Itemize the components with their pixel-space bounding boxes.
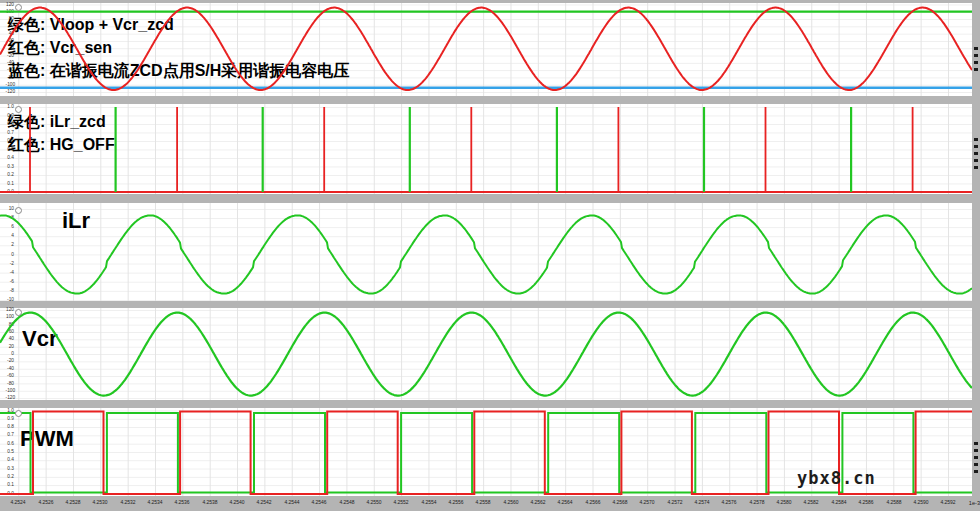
right-edge-mark bbox=[974, 442, 978, 445]
cursor-dial-icon[interactable] bbox=[15, 106, 22, 113]
right-edge-mark bbox=[974, 145, 978, 148]
x-tick-label: 4.2586 bbox=[859, 500, 874, 506]
right-edge-mark bbox=[974, 47, 978, 50]
right-edge-mark bbox=[974, 54, 978, 57]
x-tick-label: 4.2582 bbox=[804, 500, 819, 506]
x-tick-label: 4.2562 bbox=[530, 500, 545, 506]
x-tick-label: 4.2530 bbox=[93, 500, 108, 506]
scope-window: ybx8.cn 1e-3 120100806040200-20-40-60-80… bbox=[0, 0, 980, 511]
trace-ilr-zcd bbox=[116, 107, 852, 192]
right-edge-mark bbox=[974, 166, 978, 169]
watermark: ybx8.cn bbox=[797, 468, 876, 488]
x-tick-label: 4.2592 bbox=[941, 500, 956, 506]
x-tick-label: 4.2548 bbox=[339, 500, 354, 506]
panel-vcr-sen: 120100806040200-20-40-60-80-100-120绿色: V… bbox=[0, 3, 972, 96]
x-tick-label: 4.2572 bbox=[667, 500, 682, 506]
panel-ilr-traces bbox=[0, 203, 972, 301]
right-edge-mark bbox=[974, 463, 978, 466]
x-tick-label: 4.2554 bbox=[421, 500, 436, 506]
x-tick-label: 4.2552 bbox=[394, 500, 409, 506]
x-tick-label: 4.2542 bbox=[257, 500, 272, 506]
x-tick-label: 4.2568 bbox=[612, 500, 627, 506]
x-tick-label: 4.2588 bbox=[886, 500, 901, 506]
trace-vcr-sen bbox=[0, 8, 972, 90]
trace-vcr bbox=[0, 313, 972, 396]
x-tick-label: 4.2540 bbox=[230, 500, 245, 506]
cursor-dial-icon[interactable] bbox=[15, 207, 22, 214]
right-edge-mark bbox=[974, 68, 978, 71]
trace-ilr bbox=[0, 215, 972, 293]
cursor-dial-icon[interactable] bbox=[15, 4, 22, 11]
x-tick-label: 4.2534 bbox=[147, 500, 162, 506]
right-edge-mark bbox=[974, 152, 978, 155]
x-tick-label: 4.2584 bbox=[831, 500, 846, 506]
x-axis-multiplier: 1e-3 bbox=[969, 500, 980, 506]
panel-zcd-pulses: 1.00.90.80.70.60.50.40.30.20.10.0绿色: iLr… bbox=[0, 104, 972, 194]
x-tick-label: 4.2544 bbox=[284, 500, 299, 506]
x-tick-label: 4.2558 bbox=[476, 500, 491, 506]
x-tick-label: 4.2524 bbox=[11, 500, 26, 506]
x-tick-label: 4.2576 bbox=[722, 500, 737, 506]
x-tick-label: 4.2556 bbox=[448, 500, 463, 506]
x-tick-label: 4.2532 bbox=[120, 500, 135, 506]
right-edge-mark bbox=[974, 449, 978, 452]
x-tick-label: 4.2564 bbox=[558, 500, 573, 506]
x-tick-label: 4.2550 bbox=[366, 500, 381, 506]
panel-zcd-pulses-traces bbox=[0, 104, 972, 194]
x-tick-label: 4.2570 bbox=[640, 500, 655, 506]
panel-vcr: 120100806040200-20-40-60-80-100-120Vcr bbox=[0, 308, 972, 400]
x-tick-label: 4.2574 bbox=[694, 500, 709, 506]
cursor-dial-icon[interactable] bbox=[15, 410, 22, 417]
panel-vcr-traces bbox=[0, 308, 972, 400]
x-tick-label: 4.2538 bbox=[202, 500, 217, 506]
right-edge-mark bbox=[974, 470, 978, 473]
x-tick-label: 4.2526 bbox=[38, 500, 53, 506]
panel-vcr-sen-traces bbox=[0, 3, 972, 96]
x-tick-label: 4.2560 bbox=[503, 500, 518, 506]
x-tick-label: 4.2590 bbox=[913, 500, 928, 506]
x-tick-label: 4.2528 bbox=[65, 500, 80, 506]
right-edge-mark bbox=[974, 456, 978, 459]
x-tick-label: 4.2546 bbox=[312, 500, 327, 506]
cursor-dial-icon[interactable] bbox=[15, 309, 22, 316]
x-tick-label: 4.2536 bbox=[175, 500, 190, 506]
panel-ilr: 1086420-2-4-6-8-10iLr bbox=[0, 203, 972, 301]
trace-hgoff bbox=[30, 107, 913, 192]
right-edge-mark bbox=[974, 159, 978, 162]
right-edge-mark bbox=[974, 138, 978, 141]
x-tick-label: 4.2566 bbox=[585, 500, 600, 506]
x-tick-label: 4.2578 bbox=[749, 500, 764, 506]
right-edge-mark bbox=[974, 61, 978, 64]
x-tick-label: 4.2580 bbox=[777, 500, 792, 506]
